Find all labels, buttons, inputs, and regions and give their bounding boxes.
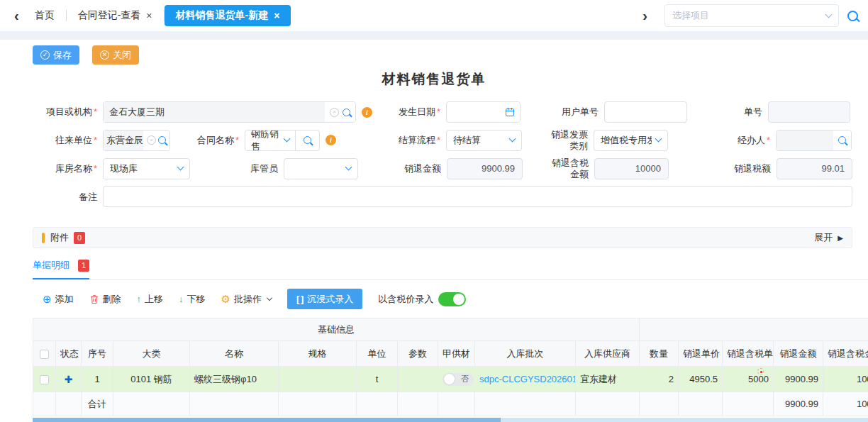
tax-field: 99.01: [777, 158, 852, 179]
expand-control[interactable]: 展开 ▶: [814, 231, 843, 244]
col-qty: 数量: [640, 341, 679, 367]
row-batch-cell: sdpc-CLCGYSD2026010: [475, 367, 576, 392]
detail-count-badge: 1: [78, 260, 89, 272]
move-up-button[interactable]: ↑ 上移: [137, 293, 164, 306]
row-name-cell[interactable]: 螺纹三级钢φ10: [190, 367, 279, 392]
search-icon[interactable]: [343, 109, 350, 116]
amount-with-tax-field-label: 销退含税金额: [543, 157, 594, 179]
tab-home[interactable]: 首页: [23, 5, 66, 26]
scrollbar-thumb[interactable]: [33, 418, 501, 422]
chevron-down-icon: [267, 295, 272, 301]
user-no-field[interactable]: [604, 101, 687, 123]
handler-field-value: [777, 131, 833, 150]
row-qty-cell[interactable]: 2: [640, 367, 679, 392]
row-seq-cell: 1: [82, 367, 113, 392]
col-inbound-batch: 入库批次: [475, 341, 576, 367]
warehouse-select[interactable]: 现场库: [103, 158, 190, 179]
chevron-down-icon: [825, 11, 833, 18]
settle-flow-field-label: 结算流程*: [336, 135, 446, 146]
horizontal-scrollbar[interactable]: [33, 418, 868, 422]
move-down-label: 下移: [187, 293, 206, 306]
inbound-batch-link[interactable]: sdpc-CLCGYSD2026010: [479, 374, 576, 384]
move-up-label: 上移: [145, 293, 163, 306]
with-tax-toggle-label: 以含税价录入: [378, 293, 433, 306]
row-price-with-tax-cell[interactable]: 5000: [723, 367, 774, 392]
row-select-cell: [33, 367, 56, 392]
close-tab-icon[interactable]: ×: [146, 10, 152, 21]
tab-contract-view[interactable]: 合同登记-查看 ×: [67, 5, 164, 26]
move-down-button[interactable]: ↓ 下移: [179, 293, 206, 306]
row-status-cell: ✚: [56, 367, 82, 392]
row-category-cell[interactable]: 0101 钢筋: [113, 367, 190, 392]
batch-operations-button[interactable]: ⚙ 批操作: [221, 293, 272, 306]
section-marker: [42, 233, 45, 243]
header-divider: [0, 31, 868, 40]
tab-material-return-new[interactable]: 材料销售退货单-新建 ×: [165, 5, 291, 26]
with-tax-toggle[interactable]: [438, 292, 466, 306]
calendar-icon[interactable]: [505, 107, 515, 117]
row-supplier-cell[interactable]: 宜东建材: [576, 367, 640, 392]
arrow-up-icon: ↑: [137, 294, 142, 304]
settle-flow-select[interactable]: 待结算: [446, 130, 522, 151]
remark-field-label: 备注: [33, 191, 103, 203]
total-empty-cell: [357, 392, 398, 416]
warehouse-select-value: 现场库: [110, 162, 138, 175]
counterparty-field[interactable]: 东营金辰建 ×: [103, 130, 170, 151]
project-field[interactable]: 金石大厦三期 ×: [103, 101, 356, 123]
row-amount-with-tax-cell[interactable]: 10000: [823, 367, 868, 392]
group-header-amounts: [640, 318, 868, 341]
owner-supplied-toggle[interactable]: 否: [443, 373, 474, 386]
row-amount-cell[interactable]: 9900.99: [774, 367, 823, 392]
save-button-label: 保存: [53, 49, 72, 62]
detail-table: 基础信息 状态 序号 大类 名称 规格 单位 参数 甲供材 入库批次 入库供应商…: [33, 318, 868, 416]
row-param-cell[interactable]: [398, 367, 438, 392]
search-icon[interactable]: [838, 136, 846, 144]
row-unit-cell[interactable]: t: [357, 367, 398, 392]
detail-toolbar: ⊕ 添加 删除 ↑ 上移 ↓ 下移 ⚙ 批操作 [ ] 沉浸式录入 以含税价录入: [43, 289, 868, 309]
row-spec-cell[interactable]: [279, 367, 357, 392]
expand-label: 展开: [814, 231, 833, 244]
contract-search-button[interactable]: [295, 131, 319, 150]
search-icon: [304, 136, 311, 144]
chevron-down-icon: [177, 164, 184, 171]
close-button[interactable]: ✕ 关闭: [92, 45, 139, 65]
total-empty-cell: [113, 392, 190, 416]
add-row-plus-icon[interactable]: ✚: [65, 374, 73, 385]
total-empty-cell: [438, 392, 475, 416]
tab-detail-lines[interactable]: 单据明细 1: [33, 259, 89, 279]
group-header-basic-info: 基础信息: [33, 318, 640, 341]
tabs-scroll-left-icon[interactable]: ‹: [10, 9, 23, 23]
save-button[interactable]: ✓ 保存: [33, 45, 79, 65]
attachment-count-badge: 0: [74, 232, 85, 244]
date-field[interactable]: [446, 101, 521, 123]
chevron-down-icon: [345, 164, 352, 171]
tab-home-label: 首页: [35, 9, 55, 22]
doc-no-field: [768, 101, 850, 123]
contract-field-label: 合同名称*: [170, 135, 245, 146]
row-checkbox[interactable]: [40, 375, 49, 384]
invoice-type-select[interactable]: 增值税专用发票: [594, 130, 668, 151]
arrow-down-icon: ↓: [179, 294, 184, 304]
warehouse-field-label: 库房名称*: [33, 163, 103, 174]
row-price-cell[interactable]: 4950.5: [679, 367, 723, 392]
select-all-checkbox[interactable]: [40, 350, 49, 359]
col-category: 大类: [113, 341, 190, 367]
add-row-button[interactable]: ⊕ 添加: [43, 293, 74, 306]
add-row-label: 添加: [55, 293, 74, 306]
remark-field[interactable]: [103, 186, 852, 207]
global-search-icon[interactable]: [847, 11, 858, 21]
clear-icon[interactable]: ×: [147, 135, 156, 145]
contract-select[interactable]: 钢筋销售: [245, 131, 295, 150]
project-select[interactable]: 选择项目: [664, 4, 839, 27]
immersive-entry-button[interactable]: [ ] 沉浸式录入: [287, 289, 362, 309]
action-bar: ✓ 保存 ✕ 关闭: [0, 40, 868, 65]
keeper-field-label: 库管员: [190, 163, 284, 174]
close-tab-icon[interactable]: ×: [274, 10, 279, 21]
delete-row-button[interactable]: 删除: [89, 293, 121, 306]
tabs-scroll-right-icon[interactable]: ›: [638, 9, 652, 23]
handler-field[interactable]: [776, 130, 852, 151]
clear-icon[interactable]: ×: [330, 108, 339, 117]
keeper-select[interactable]: [284, 158, 358, 179]
search-icon[interactable]: [158, 136, 166, 144]
total-label-cell: 合计: [82, 392, 113, 416]
